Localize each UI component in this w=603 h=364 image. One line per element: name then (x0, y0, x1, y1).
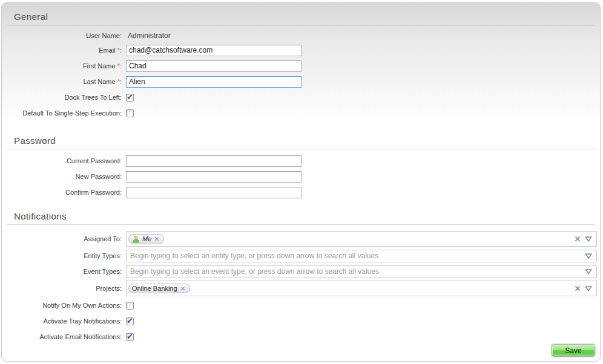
user-settings-panel: General User Name: Administrator Email *… (1, 2, 601, 362)
last-name-field[interactable] (126, 76, 302, 88)
new-password-field[interactable] (126, 171, 302, 183)
row-email-notifications: Activate Email Notifications: (2, 329, 600, 345)
row-last-name: Last Name *: (2, 74, 600, 89)
assigned-to-multiselect[interactable]: Me (126, 231, 597, 247)
tag-remove-icon[interactable] (154, 236, 159, 241)
row-single-step: Default To Single-Step Execution: (2, 105, 600, 121)
tray-notifications-label: Activate Tray Notifications: (2, 317, 122, 325)
entity-types-label: Entity Types: (2, 252, 122, 259)
save-button[interactable]: Save (552, 344, 595, 357)
row-first-name: First Name *: (2, 58, 600, 74)
event-types-input[interactable] (128, 267, 581, 276)
email-field[interactable] (126, 45, 302, 56)
confirm-password-label: Confirm Password: (2, 189, 122, 196)
row-email: Email *: (2, 42, 600, 58)
dropdown-arrow-icon[interactable] (585, 269, 592, 275)
projects-label: Projects: (2, 285, 122, 292)
dropdown-arrow-icon[interactable] (585, 253, 592, 259)
row-projects: Projects: Online Banking (2, 279, 600, 297)
projects-tag-online-banking[interactable]: Online Banking (128, 284, 190, 293)
section-password: Password Current Password: New Password:… (2, 123, 600, 200)
section-title-general: General (7, 3, 595, 25)
confirm-password-field[interactable] (126, 187, 302, 198)
row-dock-trees: Dock Trees To Left: (2, 89, 600, 105)
tag-label: Me (142, 235, 151, 242)
tray-notifications-checkbox[interactable] (126, 317, 134, 325)
section-title-password: Password (7, 127, 595, 149)
notify-own-actions-checkbox[interactable] (126, 302, 134, 310)
entity-types-multiselect[interactable] (126, 250, 597, 262)
dropdown-arrow-icon[interactable] (585, 236, 592, 242)
row-notify-own-actions: Notify On My Own Actions: (2, 297, 600, 313)
row-confirm-password: Confirm Password: (2, 184, 600, 200)
row-tray-notifications: Activate Tray Notifications: (2, 313, 600, 329)
dock-trees-checkbox[interactable] (126, 94, 134, 102)
assigned-to-label: Assigned To: (2, 235, 122, 242)
single-step-checkbox[interactable] (126, 109, 134, 117)
user-name-label: User Name: (2, 32, 122, 39)
single-step-label: Default To Single-Step Execution: (2, 109, 122, 117)
clear-selection-icon[interactable] (575, 285, 581, 291)
first-name-label: First Name *: (2, 62, 122, 70)
email-notifications-label: Activate Email Notifications: (2, 333, 122, 340)
row-entity-types: Entity Types: (2, 248, 600, 264)
section-general: General User Name: Administrator Email *… (2, 3, 600, 123)
entity-types-input[interactable] (128, 251, 581, 261)
first-name-field[interactable] (126, 60, 302, 72)
event-types-label: Event Types: (2, 268, 122, 275)
email-notifications-checkbox[interactable] (126, 333, 134, 341)
user-name-value: Administrator (126, 31, 171, 40)
row-new-password: New Password: (2, 169, 600, 184)
projects-multiselect[interactable]: Online Banking (126, 281, 597, 296)
clear-selection-icon[interactable] (575, 236, 581, 242)
new-password-label: New Password: (2, 173, 122, 180)
tag-label: Online Banking (132, 285, 177, 292)
notify-own-actions-label: Notify On My Own Actions: (2, 302, 122, 309)
current-password-field[interactable] (126, 155, 302, 167)
event-types-multiselect[interactable] (126, 265, 597, 278)
section-notifications: Notifications Assigned To: Me (2, 200, 600, 345)
row-current-password: Current Password: (2, 153, 600, 169)
email-label: Email *: (2, 47, 122, 54)
assigned-to-tag-me[interactable]: Me (128, 234, 164, 244)
dock-trees-label: Dock Trees To Left: (2, 94, 122, 101)
row-assigned-to: Assigned To: Me (2, 230, 600, 248)
tag-remove-icon[interactable] (180, 286, 185, 291)
person-icon (132, 235, 140, 243)
dropdown-arrow-icon[interactable] (585, 286, 592, 291)
row-event-types: Event Types: (2, 264, 600, 279)
section-title-notifications: Notifications (7, 203, 595, 225)
row-user-name: User Name: Administrator (2, 29, 600, 42)
current-password-label: Current Password: (2, 157, 122, 164)
last-name-label: Last Name *: (2, 78, 122, 85)
